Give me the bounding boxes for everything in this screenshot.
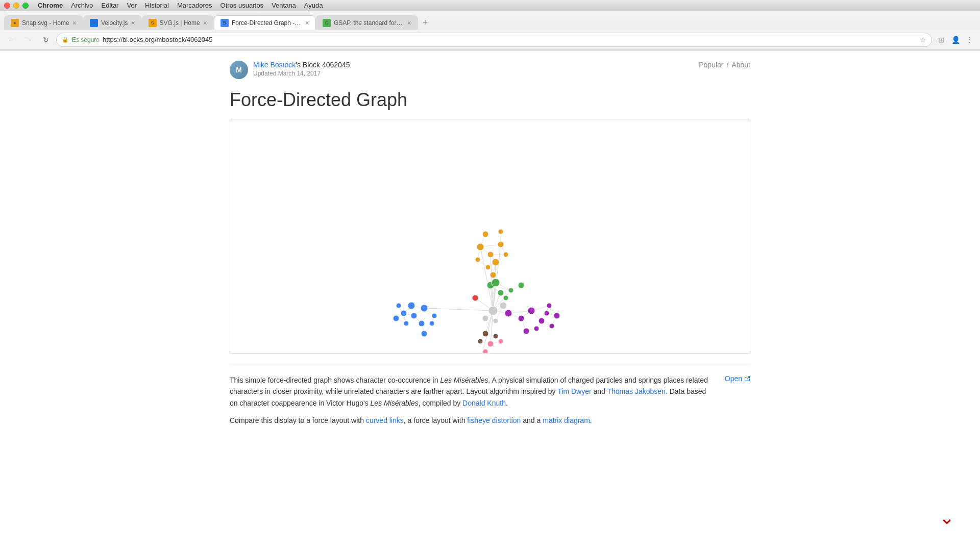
- donald-knuth-link[interactable]: Donald Knuth: [462, 399, 506, 407]
- svg-point-77: [498, 290, 504, 296]
- tab-snap[interactable]: ● Snap.svg - Home ×: [4, 15, 83, 30]
- minimize-button[interactable]: [13, 3, 19, 9]
- reload-button[interactable]: ↻: [39, 33, 53, 47]
- svg-point-103: [534, 326, 539, 331]
- menu-marcadores[interactable]: Marcadores: [173, 1, 216, 10]
- matrix-diagram-link[interactable]: matrix diagram: [543, 416, 590, 424]
- tab-close-svgjs[interactable]: ×: [203, 19, 207, 27]
- menu-chrome[interactable]: Chrome: [34, 1, 67, 10]
- menu-icon[interactable]: ⋮: [964, 34, 976, 46]
- svg-point-108: [487, 341, 494, 347]
- forward-button[interactable]: →: [21, 33, 36, 47]
- svg-point-95: [432, 313, 437, 318]
- svg-point-99: [518, 315, 524, 321]
- svg-point-75: [475, 257, 480, 262]
- user-name-suffix: 's Block: [296, 61, 320, 69]
- svg-point-67: [487, 252, 494, 258]
- svg-point-110: [483, 349, 488, 353]
- svg-point-109: [498, 339, 503, 344]
- menu-archivo[interactable]: Archivo: [67, 1, 97, 10]
- extensions-icon[interactable]: ⊞: [935, 34, 947, 46]
- fisheye-link[interactable]: fisheye distortion: [467, 416, 521, 424]
- svg-point-91: [401, 310, 407, 316]
- tab-title-block: Force-Directed Graph - blöck...: [232, 19, 302, 27]
- user-name-link[interactable]: Mike Bostock: [253, 61, 296, 69]
- profile-icon[interactable]: 👤: [949, 34, 962, 46]
- menu-editar[interactable]: Editar: [97, 1, 122, 10]
- description-paragraph-1: This simple force-directed graph shows c…: [230, 374, 715, 409]
- popular-link[interactable]: Popular: [699, 61, 723, 69]
- open-link[interactable]: Open: [725, 374, 750, 383]
- tab-gsap[interactable]: G GSAP, the standard for JavaS... ×: [316, 15, 418, 30]
- bookmark-icon[interactable]: ☆: [920, 36, 926, 44]
- tab-svgjs[interactable]: S SVG.js | Home ×: [142, 15, 214, 30]
- block-id: 4062045: [322, 61, 350, 69]
- tab-favicon-svgjs: S: [149, 19, 157, 27]
- updated-text: Updated March 14, 2017: [253, 70, 350, 77]
- tab-close-snap[interactable]: ×: [72, 19, 77, 27]
- curved-links-link[interactable]: curved links: [366, 416, 404, 424]
- svg-point-97: [421, 331, 427, 337]
- desc-p2-end: .: [590, 416, 592, 424]
- svg-point-111: [482, 331, 488, 337]
- desc-p1-prefix: This simple force-directed graph shows c…: [230, 376, 440, 384]
- menu-historial[interactable]: Historial: [141, 1, 173, 10]
- svg-point-78: [492, 279, 500, 287]
- svg-point-104: [523, 328, 529, 334]
- svg-point-83: [500, 302, 507, 309]
- user-name-line: Mike Bostock's Block 4062045: [253, 61, 350, 69]
- svg-point-89: [419, 320, 425, 327]
- svg-point-92: [404, 321, 409, 326]
- address-bar[interactable]: 🔒 Es seguro https://bl.ocks.org/mbostock…: [56, 33, 932, 47]
- tab-close-velocity[interactable]: ×: [131, 19, 135, 27]
- tabs-bar: ● Snap.svg - Home × V Velocity.js × S SV…: [0, 11, 980, 30]
- new-tab-button[interactable]: +: [418, 15, 432, 30]
- page-content: M Mike Bostock's Block 4062045 Updated M…: [209, 51, 771, 443]
- window-controls[interactable]: [4, 3, 29, 9]
- svg-point-86: [472, 295, 478, 301]
- page-nav-links: Popular / About: [699, 61, 750, 69]
- desc-p2-prefix: Compare this display to a force layout w…: [230, 416, 366, 424]
- svg-point-94: [396, 303, 401, 308]
- tab-block[interactable]: B Force-Directed Graph - blöck... ×: [214, 15, 316, 30]
- svg-point-90: [408, 302, 415, 309]
- tab-velocity[interactable]: V Velocity.js ×: [83, 15, 142, 30]
- page-title: Force-Directed Graph: [230, 89, 750, 111]
- graph-container: [230, 119, 750, 354]
- svg-line-10: [424, 308, 493, 311]
- external-link-icon: [744, 375, 750, 382]
- menu-ver[interactable]: Ver: [122, 1, 141, 10]
- svg-point-113: [478, 339, 483, 344]
- back-button[interactable]: ←: [4, 33, 18, 47]
- nav-right-icons: ⊞ 👤 ⋮: [935, 34, 976, 46]
- svg-point-73: [482, 231, 488, 237]
- svg-point-93: [393, 315, 399, 321]
- user-info: M Mike Bostock's Block 4062045 Updated M…: [230, 61, 350, 79]
- url-text: https://bl.ocks.org/mbostock/4062045: [103, 36, 917, 43]
- svg-point-68: [498, 241, 504, 247]
- svg-point-85: [493, 318, 498, 323]
- user-details: Mike Bostock's Block 4062045 Updated Mar…: [253, 61, 350, 77]
- svg-point-100: [528, 307, 535, 314]
- menu-otros[interactable]: Otros usuarios: [216, 1, 268, 10]
- description-paragraph-2: Compare this display to a force layout w…: [230, 415, 715, 426]
- svg-point-70: [485, 265, 491, 270]
- close-button[interactable]: [4, 3, 10, 9]
- menu-ayuda[interactable]: Ayuda: [300, 1, 327, 10]
- svg-point-81: [503, 295, 508, 300]
- menu-ventana[interactable]: Ventana: [267, 1, 300, 10]
- tab-close-gsap[interactable]: ×: [407, 19, 411, 27]
- lock-icon: 🔒: [62, 36, 69, 43]
- svg-point-79: [508, 288, 513, 293]
- maximize-button[interactable]: [22, 3, 29, 9]
- nav-bar: ← → ↻ 🔒 Es seguro https://bl.ocks.org/mb…: [0, 30, 980, 50]
- tab-close-block[interactable]: ×: [305, 19, 309, 27]
- thomas-jakobsen-link[interactable]: Thomas Jakobsen: [607, 387, 666, 395]
- tab-favicon-snap: ●: [11, 19, 19, 27]
- svg-point-106: [554, 313, 560, 319]
- svg-point-71: [503, 252, 508, 257]
- tab-title-snap: Snap.svg - Home: [22, 19, 69, 27]
- svg-point-96: [429, 321, 434, 326]
- tim-dwyer-link[interactable]: Tim Dwyer: [557, 387, 591, 395]
- about-link[interactable]: About: [731, 61, 750, 69]
